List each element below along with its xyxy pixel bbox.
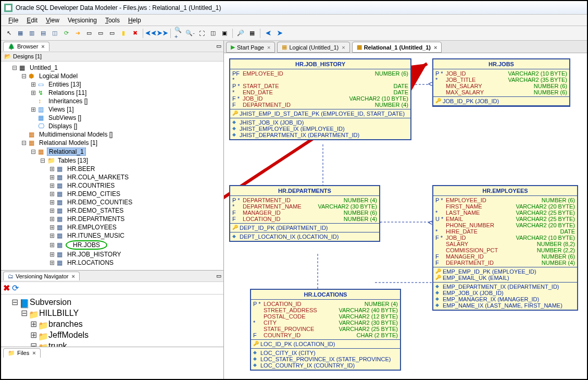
- tree-relations[interactable]: ⊞↯Relations [11]: [30, 89, 222, 97]
- entity-departments[interactable]: HR.DEPARTMENTS P *DEPARTMENT_IDNUMBER (4…: [229, 185, 380, 242]
- minimize-icon[interactable]: ▭: [216, 43, 221, 50]
- entity-title: HR.LOCATIONS: [251, 290, 400, 300]
- versioning-icon: 🗂: [8, 273, 14, 279]
- diagram-canvas[interactable]: > < < HR.JOB_HISTORY PF *EMPLOYEE_IDNUMB…: [224, 53, 587, 379]
- files-tab-label: Files: [17, 350, 29, 356]
- app-icon: [4, 4, 12, 12]
- menu-tools[interactable]: Tools: [101, 16, 124, 25]
- fit-width-icon[interactable]: ◫: [208, 29, 218, 38]
- menu-view[interactable]: View: [42, 16, 64, 25]
- pointer-icon[interactable]: ↖: [4, 29, 14, 38]
- svg-text:<: <: [428, 218, 432, 227]
- close-icon[interactable]: ×: [434, 44, 437, 51]
- entity-jobs[interactable]: HR.JOBS P *JOB_IDVARCHAR2 (10 BYTE) *JOB…: [432, 58, 570, 107]
- tab-start[interactable]: ▶Start Page×: [226, 42, 275, 53]
- canvas-tabs: ▶Start Page× ▦Logical (Untitled_1)× ▦Rel…: [224, 41, 587, 53]
- table-icon[interactable]: ▦: [16, 29, 25, 38]
- arrow-icon[interactable]: ➔: [73, 29, 82, 38]
- delete-icon[interactable]: ✖: [130, 29, 140, 38]
- close-icon[interactable]: ×: [41, 43, 44, 50]
- back-icon[interactable]: ⮜: [264, 29, 273, 38]
- tree-views[interactable]: ⊞▥Views [1]: [30, 105, 222, 114]
- minimize-icon[interactable]: ▭: [216, 273, 221, 279]
- svg-text:<: <: [428, 80, 432, 88]
- last-icon[interactable]: ⮞⮞: [158, 29, 167, 38]
- fit-icon[interactable]: ⛶: [197, 29, 206, 38]
- tree-icon: 🌲: [8, 43, 15, 50]
- refresh-icon[interactable]: ⟳: [12, 283, 19, 293]
- branches-node[interactable]: ⊞📁branches: [30, 318, 222, 329]
- subversion-node[interactable]: ⊟📘Subversion: [11, 297, 222, 308]
- browser-tab-label: Browser: [17, 43, 38, 50]
- split-icon[interactable]: ◫: [50, 29, 59, 38]
- close-icon[interactable]: ×: [72, 273, 75, 279]
- zoom-out-icon[interactable]: 🔍-: [185, 29, 195, 38]
- fit-all-icon[interactable]: ▣: [220, 29, 229, 38]
- tree-table[interactable]: ⊞▦HR.DEMO_COUNTIES: [49, 198, 222, 206]
- tree-table[interactable]: ⊞▦HR.BEER: [49, 165, 222, 173]
- tree-table[interactable]: ⊞▦HR.JOBS: [49, 240, 222, 250]
- versioning-tab-label: Versioning Navigator: [16, 273, 69, 279]
- tree-multi[interactable]: ▦Multidimensional Models []: [21, 130, 222, 139]
- first-icon[interactable]: ⮜⮜: [146, 29, 156, 38]
- menu-versioning[interactable]: Versioning: [64, 16, 101, 25]
- tab-logical[interactable]: ▦Logical (Untitled_1)×: [277, 42, 349, 53]
- entity-job-history[interactable]: HR.JOB_HISTORY PF *EMPLOYEE_IDNUMBER (6)…: [229, 58, 411, 140]
- entity-title: HR.EMPLOYEES: [433, 186, 577, 196]
- jeffmodels-node[interactable]: ⊞📁JeffModels: [30, 329, 222, 340]
- toolbar: ↖ ▦ ▥ ▤ ◫ ⟳ ➔ ▭ ▭ ▭ ▮ ✖ ⮜⮜ ⮞⮞ 🔍+ 🔍- ⛶ ◫ …: [1, 26, 587, 41]
- tree-table[interactable]: ⊞▦HR.LOCATIONS: [49, 259, 222, 267]
- delete-icon[interactable]: ✖: [3, 283, 10, 293]
- window-title: Oracle SQL Developer Data Modeler - File…: [16, 4, 221, 11]
- entity-title: HR.JOBS: [433, 59, 569, 69]
- tree-subviews[interactable]: ▦SubViews []: [30, 114, 222, 122]
- menubar: File Edit View Versioning Tools Help: [1, 15, 587, 26]
- box1-icon[interactable]: ▭: [84, 29, 94, 38]
- tree-table[interactable]: ⊞▦HR.DEMO_STATES: [49, 206, 222, 215]
- tree-tables[interactable]: ⊟📁Tables [13]: [40, 156, 222, 165]
- close-icon[interactable]: ×: [342, 44, 345, 51]
- close-icon[interactable]: ×: [267, 44, 270, 51]
- tree-rel1[interactable]: ⊟▦Relational_1: [30, 147, 222, 156]
- tree-root[interactable]: ⊟▦Untitled_1: [11, 64, 222, 72]
- tree-inheritances[interactable]: ↕Inheritances []: [30, 97, 222, 105]
- box3-icon[interactable]: ▭: [107, 29, 117, 38]
- designs-label[interactable]: 📂 Designs [1]: [1, 52, 223, 62]
- tree-table[interactable]: ⊞▦HR.JOB_HISTORY: [49, 250, 222, 259]
- tree-table[interactable]: ⊞▦HR.EMPLOYEES: [49, 223, 222, 231]
- versioning-tab[interactable]: 🗂 Versioning Navigator ×: [3, 272, 80, 280]
- entity-title: HR.DEPARTMENTS: [230, 186, 379, 196]
- svg-rect-1: [6, 5, 11, 10]
- menu-help[interactable]: Help: [124, 16, 145, 25]
- note-icon[interactable]: ▮: [119, 29, 128, 38]
- refresh-icon[interactable]: ⟳: [61, 29, 71, 38]
- zoom-in-icon[interactable]: 🔍+: [174, 29, 183, 38]
- files-tab[interactable]: 📁 Files ×: [3, 348, 41, 358]
- close-icon[interactable]: ×: [32, 350, 35, 356]
- tree-relmodels[interactable]: ⊟▦Relational Models [1]: [21, 139, 222, 147]
- find-icon[interactable]: 🔎: [236, 29, 245, 38]
- menu-file[interactable]: File: [4, 16, 22, 25]
- entity-title: HR.JOB_HISTORY: [230, 59, 410, 69]
- trunk-node[interactable]: ⊟📁trunk: [30, 340, 222, 347]
- tree-table[interactable]: ⊞▦HR.DEPARTMENTS: [49, 215, 222, 223]
- tree-table[interactable]: ⊞▦HR.DEMO_CITIES: [49, 190, 222, 198]
- tree-logical[interactable]: ⊟⬢Logical Model: [21, 72, 222, 80]
- tree-displays[interactable]: 🖵Displays []: [30, 122, 222, 130]
- menu-edit[interactable]: Edit: [22, 16, 42, 25]
- browser-tab[interactable]: 🌲 Browser ×: [3, 42, 49, 51]
- repo-node[interactable]: ⊟📁HILLBILLY: [21, 308, 222, 318]
- forward-icon[interactable]: ⮞: [275, 29, 284, 38]
- titlebar: Oracle SQL Developer Data Modeler - File…: [1, 1, 587, 15]
- new-table-icon[interactable]: ▤: [39, 29, 48, 38]
- box2-icon[interactable]: ▭: [96, 29, 105, 38]
- entity-employees[interactable]: HR.EMPLOYEES P *EMPLOYEE_IDNUMBER (6)FIR…: [432, 185, 578, 311]
- tree-entities[interactable]: ⊞▭Entities [13]: [30, 80, 222, 89]
- entity-locations[interactable]: HR.LOCATIONS P *LOCATION_IDNUMBER (4)STR…: [250, 289, 401, 371]
- layers-icon[interactable]: ▦: [247, 29, 257, 38]
- view-icon[interactable]: ▥: [27, 29, 36, 38]
- tree-table[interactable]: ⊞▦HR.COUNTRIES: [49, 181, 222, 190]
- tree-table[interactable]: ⊞▦HR.COLA_MARKETS: [49, 173, 222, 181]
- tree-table[interactable]: ⊞▦HR.ITUNES_MUSIC: [49, 231, 222, 240]
- tab-relational[interactable]: ▦Relational_1 (Untitled_1)×: [352, 42, 442, 53]
